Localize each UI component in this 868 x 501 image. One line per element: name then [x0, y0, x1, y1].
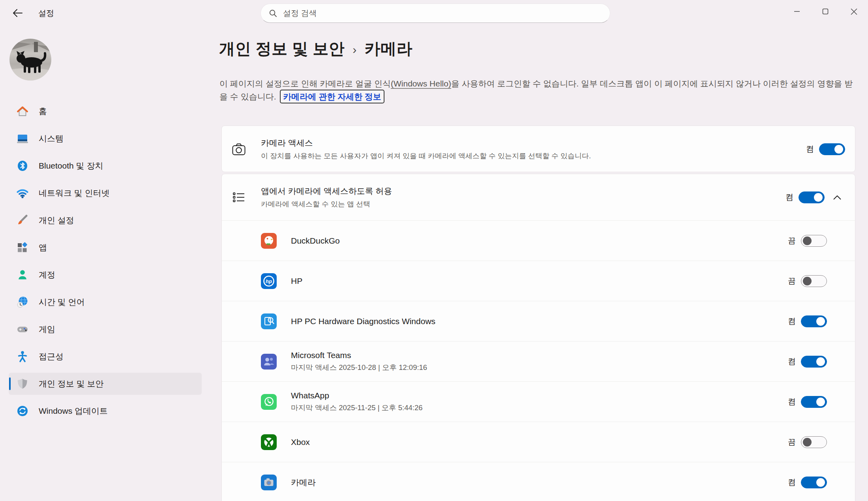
sidebar-item-label: 앱 — [39, 242, 47, 253]
app-access-title: 앱에서 카메라에 액세스하도록 허용 — [261, 186, 786, 197]
maximize-button[interactable] — [811, 0, 840, 23]
app-row-xbox: Xbox 끔 — [222, 422, 855, 462]
shield-icon — [17, 378, 28, 390]
camera-access-toggle[interactable] — [819, 143, 845, 155]
sidebar-item-label: 게임 — [39, 324, 55, 335]
maximize-icon — [822, 8, 829, 15]
app-title: 설정 — [38, 8, 54, 19]
hp-icon: hp — [261, 273, 277, 289]
update-arrows-icon — [17, 405, 28, 417]
close-icon — [851, 8, 857, 15]
wifi-icon — [17, 187, 28, 199]
app-name: 카메라 — [291, 477, 788, 488]
app-name: Xbox — [291, 437, 788, 447]
camera-access-subtitle: 이 장치를 사용하는 모든 사용자가 앱이 켜져 있을 때 카메라에 액세스할 … — [261, 151, 806, 161]
xbox-toggle[interactable] — [801, 436, 827, 448]
settings-search-box[interactable] — [261, 4, 610, 23]
app-access-expander-header[interactable]: 앱에서 카메라에 액세스하도록 허용 카메라에 액세스할 수 있는 앱 선택 켬 — [222, 174, 855, 220]
main-content: 개인 정보 및 보안 › 카메라 이 페이지의 설정으로 인해 카메라로 얼굴 … — [219, 25, 868, 501]
close-button[interactable] — [840, 0, 868, 23]
titlebar: 설정 — [0, 0, 868, 25]
person-icon — [17, 269, 28, 281]
sidebar-item-label: Windows 업데이트 — [39, 405, 108, 417]
xbox-icon — [261, 434, 277, 450]
breadcrumb-parent[interactable]: 개인 정보 및 보안 — [219, 38, 345, 60]
app-state-label: 끔 — [788, 276, 796, 286]
microsoft-teams-toggle[interactable] — [801, 356, 827, 368]
app-list-icon — [231, 190, 246, 205]
sidebar: 홈 시스템 Bluetooth 및 장치 네트워크 및 인터넷 개인 설정 — [0, 25, 213, 501]
sidebar-item-accessibility[interactable]: 접근성 — [9, 345, 202, 368]
app-row-whatsapp: WhatsApp 마지막 액세스 2025-11-25 | 오후 5:44:26… — [222, 381, 855, 422]
sidebar-item-network-internet[interactable]: 네트워크 및 인터넷 — [9, 182, 202, 204]
app-camera-access-card: 앱에서 카메라에 액세스하도록 허용 카메라에 액세스할 수 있는 앱 선택 켬… — [221, 174, 855, 501]
app-name: DuckDuckGo — [291, 236, 788, 246]
sidebar-item-privacy-security[interactable]: 개인 정보 및 보안 — [9, 373, 202, 395]
settings-nav: 홈 시스템 Bluetooth 및 장치 네트워크 및 인터넷 개인 설정 — [9, 100, 202, 427]
app-name: HP — [291, 276, 788, 286]
sidebar-item-bluetooth-devices[interactable]: Bluetooth 및 장치 — [9, 155, 202, 177]
camera-outline-icon — [231, 142, 246, 157]
sidebar-item-windows-update[interactable]: Windows 업데이트 — [9, 400, 202, 422]
description-text: 이 페이지의 설정으로 인해 카메라로 얼굴 인식 — [219, 79, 391, 88]
sidebar-item-label: 계정 — [39, 269, 55, 280]
bluetooth-icon — [17, 160, 28, 172]
accessibility-person-icon — [17, 351, 28, 362]
back-arrow-icon — [12, 9, 22, 17]
gamepad-icon — [17, 323, 28, 335]
camera-access-state-label: 켬 — [806, 144, 814, 154]
window-controls — [783, 0, 868, 23]
sidebar-item-gaming[interactable]: 게임 — [9, 318, 202, 340]
windows-camera-icon — [261, 475, 277, 490]
home-icon — [17, 105, 28, 117]
app-last-access: 마지막 액세스 2025-11-25 | 오후 5:44:26 — [291, 403, 788, 413]
duckduckgo-toggle[interactable] — [801, 235, 827, 247]
page-description: 이 페이지의 설정으로 인해 카메라로 얼굴 인식(Windows Hello)… — [219, 77, 857, 103]
windows-hello-text: (Windows Hello) — [391, 79, 451, 88]
app-row-hp: hp HP 끔 — [222, 261, 855, 301]
sidebar-item-label: 접근성 — [39, 351, 64, 362]
sidebar-item-accounts[interactable]: 계정 — [9, 264, 202, 286]
globe-clock-icon — [17, 296, 28, 308]
sidebar-item-label: 시스템 — [39, 133, 64, 144]
search-icon — [269, 9, 277, 18]
paintbrush-icon — [17, 214, 28, 226]
hp-diagnostics-toggle[interactable] — [801, 315, 827, 327]
app-state-label: 켬 — [788, 356, 796, 367]
sidebar-item-personalization[interactable]: 개인 설정 — [9, 209, 202, 231]
back-button[interactable] — [9, 6, 25, 20]
app-access-toggle[interactable] — [799, 191, 825, 203]
app-name: Microsoft Teams — [291, 351, 788, 360]
hp-diagnostics-icon — [261, 313, 277, 329]
user-avatar[interactable] — [9, 39, 51, 81]
sidebar-item-label: 네트워크 및 인터넷 — [39, 188, 110, 199]
hp-toggle[interactable] — [801, 275, 827, 287]
app-row-hp-diagnostics: HP PC Hardware Diagnostics Windows 켬 — [222, 301, 855, 341]
sidebar-item-label: 개인 정보 및 보안 — [39, 378, 104, 389]
sidebar-item-apps[interactable]: 앱 — [9, 236, 202, 259]
app-row-windows-camera: 카메라 켬 — [222, 462, 855, 501]
search-input[interactable] — [283, 9, 602, 18]
minimize-button[interactable] — [783, 0, 811, 23]
sidebar-item-label: Bluetooth 및 장치 — [39, 160, 103, 171]
camera-access-title: 카메라 액세스 — [261, 137, 806, 148]
app-state-label: 켬 — [788, 316, 796, 326]
app-last-access: 마지막 액세스 2025-10-28 | 오후 12:09:16 — [291, 362, 788, 372]
app-row-microsoft-teams: Microsoft Teams 마지막 액세스 2025-10-28 | 오후 … — [222, 341, 855, 381]
cat-avatar-image — [9, 39, 51, 81]
breadcrumb-separator-icon: › — [352, 41, 357, 56]
camera-learn-more-link[interactable]: 카메라에 관한 자세한 정보 — [280, 90, 384, 103]
sidebar-item-system[interactable]: 시스템 — [9, 128, 202, 150]
chevron-up-icon — [833, 195, 842, 200]
app-name: HP PC Hardware Diagnostics Windows — [291, 317, 788, 326]
sidebar-item-home[interactable]: 홈 — [9, 100, 202, 122]
breadcrumb: 개인 정보 및 보안 › 카메라 — [219, 38, 412, 60]
apps-icon — [17, 242, 28, 253]
app-access-subtitle: 카메라에 액세스할 수 있는 앱 선택 — [261, 199, 786, 209]
sidebar-item-label: 홈 — [39, 106, 47, 117]
page-title-current: 카메라 — [365, 38, 413, 60]
sidebar-item-time-language[interactable]: 시간 및 언어 — [9, 291, 202, 313]
whatsapp-toggle[interactable] — [801, 396, 827, 408]
collapse-expander-button[interactable] — [829, 190, 845, 205]
windows-camera-toggle[interactable] — [801, 477, 827, 488]
